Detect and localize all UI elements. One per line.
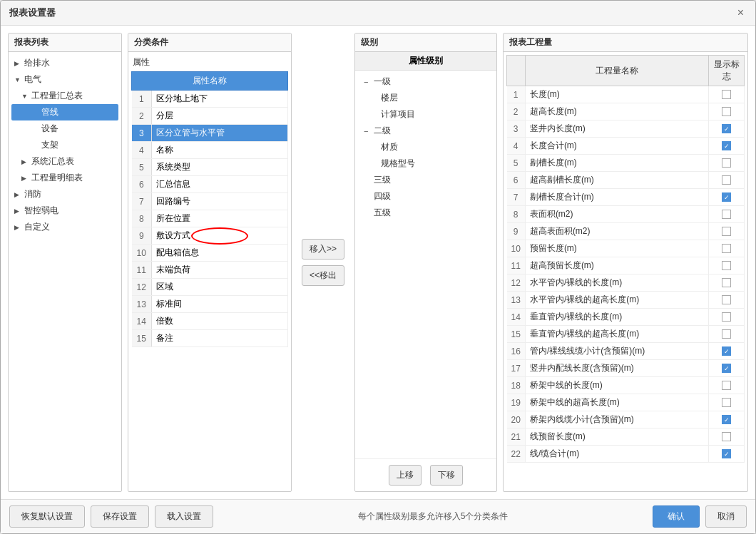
tree-item[interactable]: 管线 [11, 104, 118, 120]
qty-checkbox[interactable] [722, 329, 731, 339]
load-button[interactable]: 载入设置 [155, 505, 213, 528]
qty-row-label: 超高表面积(m2) [525, 223, 708, 240]
qty-checkbox[interactable] [722, 346, 731, 356]
tree-item[interactable]: 支架 [11, 137, 118, 153]
classify-row-label: 区域 [152, 279, 288, 296]
classify-row[interactable]: 8所在位置 [132, 210, 288, 227]
classify-row-num: 10 [132, 245, 152, 262]
level-item-label: 材质 [381, 142, 398, 152]
qty-checkbox[interactable] [722, 158, 731, 168]
qty-checkbox[interactable] [722, 192, 731, 202]
tree-item-label: 智控弱电 [24, 205, 116, 217]
qty-checkbox[interactable] [722, 364, 731, 373]
qty-row-label: 长度(m) [525, 86, 708, 103]
level-panel: 级别 属性级别 −一级楼层计算项目−二级材质规格型号三级四级五级 上移 下移 [354, 33, 497, 492]
tree-item[interactable]: ▶系统汇总表 [11, 153, 118, 170]
main-content: 报表列表 ▶给排水▼电气▼工程量汇总表管线设备支架▶系统汇总表▶工程量明细表▶消… [1, 26, 755, 499]
classify-row-num: 3 [132, 125, 152, 142]
level-plain-item[interactable]: 三级 [358, 172, 494, 188]
qty-row-num: 5 [507, 155, 526, 172]
classify-row[interactable]: 5系统类型 [132, 159, 288, 176]
qty-row-num: 6 [507, 172, 526, 189]
move-down-button[interactable]: 下移 [430, 465, 463, 486]
level-section[interactable]: −一级 [358, 73, 494, 90]
qty-checkbox[interactable] [722, 381, 731, 390]
qty-checkbox[interactable] [722, 432, 731, 441]
classify-row[interactable]: 9敷设方式 [132, 227, 288, 245]
qty-checkbox[interactable] [722, 261, 731, 270]
qty-row: 18桥架中线的长度(m) [507, 377, 745, 394]
classify-row[interactable]: 10配电箱信息 [132, 245, 288, 262]
cancel-button[interactable]: 取消 [705, 505, 747, 528]
qty-checkbox[interactable] [722, 244, 731, 253]
classify-row[interactable]: 14倍数 [132, 313, 288, 330]
classify-row[interactable]: 2分层 [132, 108, 288, 125]
qty-checkbox[interactable] [722, 295, 731, 304]
qty-row-num: 9 [507, 223, 526, 240]
level-plain-item[interactable]: 五级 [358, 205, 494, 221]
qty-row-label: 线预留长度(m) [525, 428, 708, 446]
tree-item[interactable]: ▼电气 [11, 71, 118, 88]
level-plain-item[interactable]: 四级 [358, 188, 494, 205]
classify-row-label: 分层 [152, 108, 288, 125]
classify-row[interactable]: 6汇总信息 [132, 176, 288, 193]
qty-row-checkbox-cell [709, 138, 745, 155]
tree-item[interactable]: ▼工程量汇总表 [11, 88, 118, 104]
qty-checkbox[interactable] [722, 141, 731, 150]
level-item-label: 规格型号 [381, 158, 415, 168]
save-button[interactable]: 保存设置 [91, 505, 149, 528]
qty-checkbox[interactable] [722, 175, 731, 185]
confirm-button[interactable]: 确认 [653, 505, 700, 528]
move-out-button[interactable]: <<移出 [302, 265, 344, 286]
qty-checkbox[interactable] [722, 124, 731, 133]
qty-row-num: 4 [507, 138, 526, 155]
tree-item[interactable]: ▶智控弱电 [11, 202, 118, 219]
level-item[interactable]: 计算项目 [358, 106, 494, 123]
tree-item[interactable]: ▶自定义 [11, 219, 118, 235]
tree-item[interactable]: ▶消防 [11, 186, 118, 202]
qty-row-num: 17 [507, 360, 526, 377]
classify-row[interactable]: 1区分地上地下 [132, 91, 288, 108]
tree-item[interactable]: ▶工程量明细表 [11, 170, 118, 186]
qty-checkbox[interactable] [722, 278, 731, 287]
qty-row-checkbox-cell [709, 309, 745, 326]
qty-row-label: 剔槽长度合计(m) [525, 189, 708, 206]
qty-checkbox[interactable] [722, 398, 731, 407]
classify-row[interactable]: 11末端负荷 [132, 262, 288, 279]
move-up-button[interactable]: 上移 [389, 465, 422, 486]
classify-row[interactable]: 7回路编号 [132, 193, 288, 210]
move-in-button[interactable]: 移入>> [302, 239, 344, 260]
qty-checkbox[interactable] [722, 312, 731, 322]
qty-row-label: 桥架内线缆小计(含预留)(m) [525, 411, 708, 428]
bottom-left: 恢复默认设置 [9, 505, 85, 528]
qty-checkbox[interactable] [722, 415, 731, 424]
level-section[interactable]: −二级 [358, 123, 494, 139]
close-button[interactable]: × [735, 6, 747, 19]
classify-row[interactable]: 12区域 [132, 279, 288, 296]
reset-button[interactable]: 恢复默认设置 [9, 505, 85, 528]
qty-checkbox[interactable] [722, 90, 731, 99]
qty-row-num: 13 [507, 292, 526, 309]
level-item[interactable]: 楼层 [358, 90, 494, 106]
classify-row-label: 区分地上地下 [152, 91, 288, 108]
qty-row-label: 竖井内长度(m) [525, 120, 708, 138]
classify-row-num: 9 [132, 227, 152, 245]
qty-checkbox[interactable] [722, 107, 731, 116]
classify-row[interactable]: 4名称 [132, 142, 288, 159]
qty-checkbox[interactable] [722, 449, 731, 458]
classify-row-label: 所在位置 [152, 210, 288, 227]
classify-row[interactable]: 3区分立管与水平管 [132, 125, 288, 142]
tree-item[interactable]: ▶给排水 [11, 55, 118, 71]
level-item[interactable]: 规格型号 [358, 155, 494, 172]
classify-row[interactable]: 13标准间 [132, 296, 288, 313]
level-item[interactable]: 材质 [358, 139, 494, 155]
level-item-label: 计算项目 [381, 109, 415, 119]
classify-row[interactable]: 15备注 [132, 330, 288, 347]
qty-checkbox[interactable] [722, 227, 731, 236]
qty-row-label: 长度合计(m) [525, 138, 708, 155]
tree-item[interactable]: 设备 [11, 120, 118, 137]
tree-arrow-icon: ▶ [14, 191, 24, 198]
qty-row: 7剔槽长度合计(m) [507, 189, 745, 206]
qty-checkbox[interactable] [722, 210, 731, 219]
quantity-panel: 报表工程量 工程量名称 显示标志 1长度(m)2超高长度(m)3竖井内长度(m)… [503, 33, 748, 492]
